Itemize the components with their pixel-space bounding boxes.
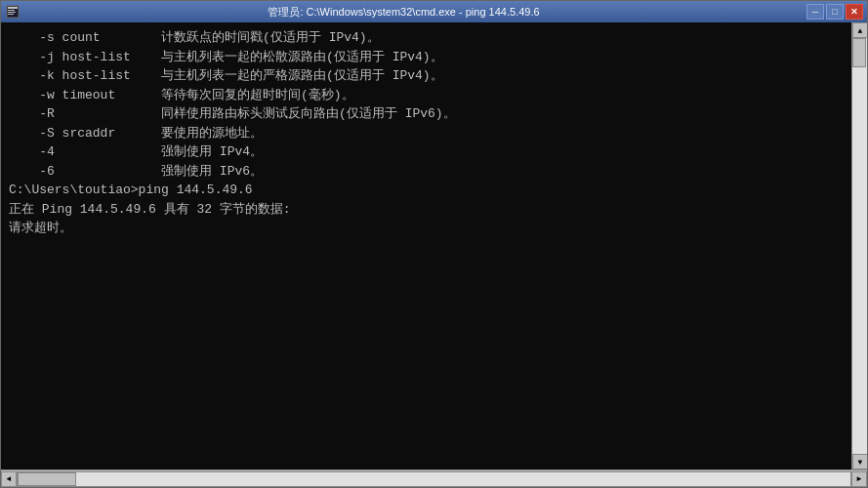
scroll-track-horizontal[interactable]	[17, 471, 851, 487]
window-body: -s count 计数跃点的时间戳(仅适用于 IPv4)。 -j host-li…	[1, 22, 867, 469]
scroll-right-button[interactable]: ►	[851, 471, 867, 487]
minimize-button[interactable]: ─	[806, 4, 824, 20]
titlebar: 管理员: C:\Windows\system32\cmd.exe - ping …	[1, 1, 867, 22]
scroll-down-button[interactable]: ▼	[852, 454, 867, 469]
horizontal-scrollbar: ◄ ►	[1, 469, 867, 487]
terminal-output[interactable]: -s count 计数跃点的时间戳(仅适用于 IPv4)。 -j host-li…	[1, 22, 851, 469]
scroll-up-button[interactable]: ▲	[852, 22, 867, 38]
maximize-button[interactable]: □	[826, 4, 844, 20]
titlebar-buttons: ─ □ ✕	[806, 4, 863, 20]
vertical-scrollbar: ▲ ▼	[851, 22, 867, 469]
scroll-track-vertical[interactable]	[852, 38, 867, 454]
scroll-left-button[interactable]: ◄	[1, 471, 17, 487]
cmd-window: 管理员: C:\Windows\system32\cmd.exe - ping …	[0, 0, 868, 488]
window-title: 管理员: C:\Windows\system32\cmd.exe - ping …	[1, 5, 806, 20]
close-button[interactable]: ✕	[846, 4, 863, 20]
scroll-thumb-vertical[interactable]	[852, 38, 866, 67]
scroll-thumb-horizontal[interactable]	[18, 472, 76, 486]
